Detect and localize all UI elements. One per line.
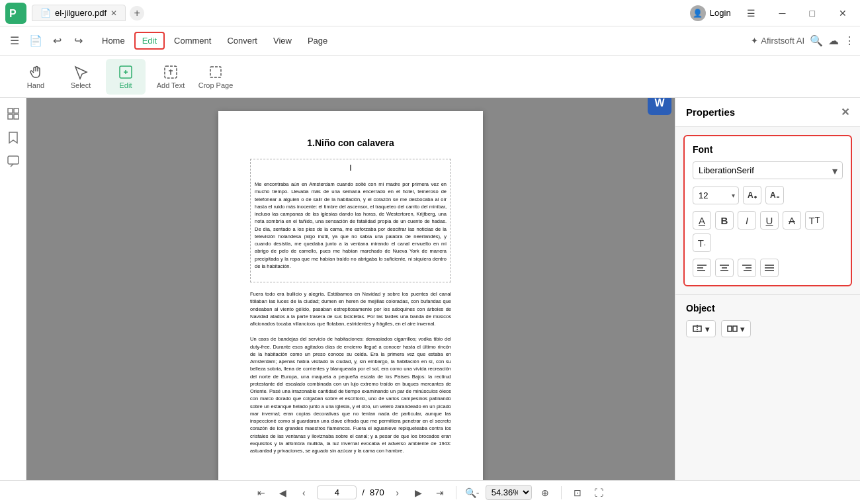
settings-button[interactable]: ⋮ [844,34,855,47]
last-page-button[interactable]: ⇥ [432,485,448,501]
align-row [693,259,843,277]
font-size-select[interactable]: 891011 121416 1824 [693,187,739,204]
font-underline-style-button[interactable]: A [693,211,711,230]
align-center-button[interactable] [715,259,734,277]
menu-button[interactable]: ☰ [739,0,763,26]
close-button[interactable]: ✕ [831,0,855,26]
cloud-button[interactable]: ☁ [828,34,839,47]
crop-icon [208,64,224,80]
object-section-title: Object [686,303,849,314]
bottombar: ⇤ ◀ ‹ / 870 › ▶ ⇥ 🔍- 54.36% 75% 100% 125… [0,480,860,504]
ai-star-icon: ✦ [751,36,758,46]
prev-page-button[interactable]: ◀ [275,485,290,501]
object-section: Object ▾ ▾ [675,294,860,345]
prev-button[interactable]: ‹ [296,485,312,501]
next-page-button[interactable]: ▶ [411,485,427,501]
font-size-selector[interactable]: 891011 121416 1824 [693,187,739,204]
page-number-input[interactable] [317,485,357,499]
menu-item-view[interactable]: View [267,33,298,48]
maximize-button[interactable]: □ [802,0,823,26]
login-button[interactable]: 👤 Login [690,5,731,21]
edit-label: Edit [120,81,132,89]
ai-label: Afirstsoft AI [761,36,804,46]
next-button[interactable]: › [390,485,406,501]
font-name-row: LiberationSerif Arial Times New Roman Co… [693,161,843,179]
menu-item-comment[interactable]: Comment [167,33,218,48]
main-area: 1.Niño con calavera I Me encontraba aún … [0,98,860,480]
hand-label: Hand [27,81,44,89]
word-icon[interactable]: W [648,98,671,115]
hamburger-menu-button[interactable]: ☰ [5,32,24,50]
menu-item-home[interactable]: Home [95,33,132,48]
font-name-selector[interactable]: LiberationSerif Arial Times New Roman Co… [693,161,843,179]
edit-tool-button[interactable]: Edit [106,59,146,95]
page-separator: / [362,487,365,497]
minimize-button[interactable]: ─ [771,0,794,26]
menubar-right: ✦ Afirstsoft AI 🔍 ☁ ⋮ [751,34,855,47]
align-justify-button[interactable] [760,259,779,277]
font-name-select[interactable]: LiberationSerif Arial Times New Roman Co… [693,161,843,179]
align-left-button[interactable] [693,259,711,277]
tab-close-button[interactable]: ✕ [110,9,117,18]
font-decrease-button[interactable]: A [765,186,784,204]
hand-tool-button[interactable]: Hand [16,59,56,95]
hand-icon [28,64,44,80]
font-size-row: 891011 121416 1824 A A [693,186,843,204]
zoom-in-button[interactable]: ⊕ [537,485,553,501]
ai-button[interactable]: ✦ Afirstsoft AI [751,36,804,46]
tab-area: 📄 el-jilguero.pdf ✕ + [32,5,690,21]
search-button[interactable]: 🔍 [810,34,823,47]
select-label: Select [71,81,91,89]
zoom-select[interactable]: 54.36% 75% 100% 125% 150% [486,485,532,500]
pdf-chapter-title: 1.Niño con calavera [250,138,451,148]
font-superscript-button[interactable]: TT [805,211,824,230]
align-right-button[interactable] [738,259,756,277]
font-subscript-button[interactable]: T. [693,233,711,252]
add-text-tool-button[interactable]: Add Text [151,59,191,95]
font-underline-button[interactable]: U [760,211,779,230]
svg-rect-8 [14,114,19,119]
undo-button[interactable]: ↩ [48,32,66,50]
login-label: Login [710,8,731,18]
redo-button[interactable]: ↪ [69,32,87,50]
object-align-button[interactable]: ▾ [686,320,716,337]
object-distribute-button[interactable]: ▾ [721,320,751,337]
first-page-button[interactable]: ⇤ [253,485,269,501]
svg-text:P: P [9,8,17,19]
svg-rect-26 [728,326,732,331]
object-align-chevron: ▾ [705,324,710,334]
new-tab-button[interactable]: + [130,6,144,21]
select-tool-button[interactable]: Select [61,59,101,95]
menu-item-convert[interactable]: Convert [220,33,264,48]
tab-title: el-jilguero.pdf [55,8,107,18]
right-panel: W Properties ✕ Font LiberationSerif Aria… [675,98,860,480]
add-text-label: Add Text [157,81,185,89]
zoom-out-button[interactable]: 🔍- [464,485,480,501]
font-italic-button[interactable]: I [738,211,756,230]
crop-page-tool-button[interactable]: Crop Page [196,59,236,95]
sidebar-bookmark-button[interactable] [3,127,24,148]
file-menu-button[interactable]: 📄 [26,32,45,50]
svg-rect-6 [14,108,19,113]
panel-title: Properties [686,106,735,118]
sidebar-comment-button[interactable] [3,151,24,172]
font-bold-button[interactable]: B [715,211,734,230]
sidebar-thumbnail-button[interactable] [3,103,24,124]
font-strikethrough-button[interactable]: A [783,211,801,230]
svg-rect-7 [8,114,13,119]
titlebar-right: 👤 Login ☰ ─ □ ✕ [690,0,855,26]
app-logo: P [5,3,26,24]
panel-close-button[interactable]: ✕ [841,106,849,118]
menubar-left: ☰ 📄 ↩ ↪ [5,32,87,50]
svg-text:A: A [770,190,776,200]
file-tab[interactable]: 📄 el-jilguero.pdf ✕ [32,5,126,21]
fullscreen-button[interactable]: ⛶ [591,485,607,501]
menu-item-edit[interactable]: Edit [134,32,165,50]
font-increase-button[interactable]: A [743,186,761,204]
menubar: ☰ 📄 ↩ ↪ Home Edit Comment Convert View P… [0,26,860,56]
menu-item-page[interactable]: Page [301,33,334,48]
svg-rect-4 [210,67,221,77]
object-controls: ▾ ▾ [686,320,849,337]
fit-page-button[interactable]: ⊡ [570,485,585,501]
svg-rect-5 [8,108,13,113]
